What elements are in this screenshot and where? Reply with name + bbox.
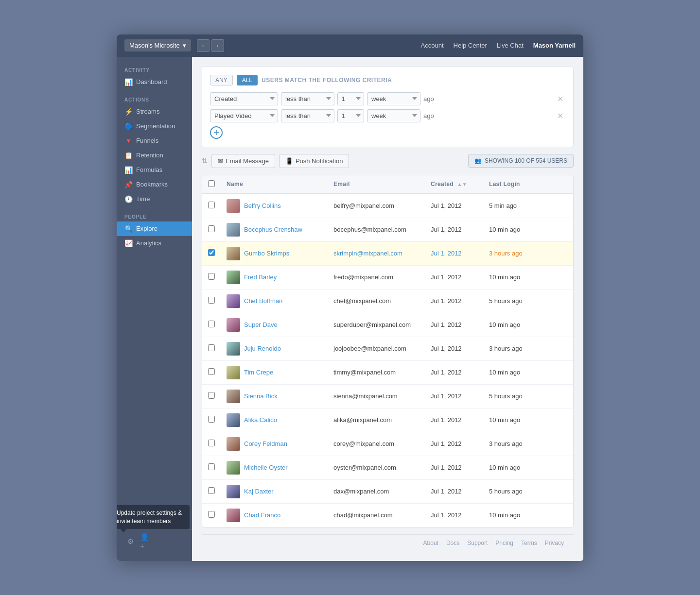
user-name-link[interactable]: Super Dave (244, 321, 278, 328)
row-lastlogin-cell: 5 hours ago (483, 384, 573, 408)
footer-docs[interactable]: Docs (446, 540, 459, 546)
filter-condition-1[interactable]: less than (281, 92, 334, 105)
sort-icon[interactable]: ⇅ (202, 157, 208, 165)
lastlogin-value: 10 min ago (489, 321, 520, 328)
user-name-link[interactable]: Alika Calico (244, 416, 277, 424)
footer-pricing[interactable]: Pricing (495, 540, 513, 546)
dropdown-arrow-icon: ▾ (183, 42, 186, 49)
live-chat-link[interactable]: Live Chat (497, 42, 524, 49)
user-name-link[interactable]: Michelle Oyster (244, 464, 288, 471)
email-value: alika@mixpanel.com (333, 416, 392, 424)
push-notification-button[interactable]: 📱 Push Notification (279, 154, 350, 168)
user-name-link[interactable]: Chad Franco (244, 511, 280, 519)
user-name-link[interactable]: Sienna Bick (244, 392, 278, 400)
help-center-link[interactable]: Help Center (454, 42, 487, 49)
row-checkbox[interactable] (208, 511, 215, 518)
filter-remove-1[interactable]: ✕ (555, 94, 565, 103)
email-message-button[interactable]: ✉ Email Message (211, 154, 275, 168)
row-checkbox[interactable] (208, 344, 215, 351)
back-arrow[interactable]: ‹ (197, 39, 210, 52)
sidebar-item-funnels[interactable]: 🔻 Funnels (117, 134, 192, 148)
users-icon: 👥 (474, 157, 482, 164)
user-name-link[interactable]: Chet Boffman (244, 297, 282, 305)
sidebar-item-bookmarks[interactable]: 📌 Bookmarks (117, 177, 192, 192)
created-value: Jul 1, 2012 (431, 297, 462, 305)
row-email-cell: belfry@mixpanel.com (328, 194, 425, 218)
email-value: corey@mixpanel.com (333, 440, 394, 447)
footer-terms[interactable]: Terms (521, 540, 537, 546)
push-btn-label: Push Notification (296, 157, 343, 165)
filter-event-1[interactable]: Created (210, 92, 278, 105)
add-filter-button[interactable]: + (210, 126, 223, 139)
row-checkbox[interactable] (208, 487, 215, 494)
row-email-cell: chet@mixpanel.com (328, 289, 425, 313)
footer-about[interactable]: About (423, 540, 438, 546)
sidebar-item-dashboard[interactable]: 📊 Dashboard (117, 75, 192, 89)
filter-event-2[interactable]: Played Video (210, 109, 278, 122)
row-checkbox[interactable] (208, 273, 215, 280)
sidebar-item-explore[interactable]: 🔍 Explore (117, 221, 192, 236)
row-created-cell: Jul 1, 2012 (425, 479, 483, 503)
row-checkbox[interactable] (208, 202, 215, 208)
row-checkbox[interactable] (208, 440, 215, 446)
col-header-name[interactable]: Name (221, 175, 328, 194)
filter-value-2[interactable]: 1 (337, 109, 364, 122)
user-name-link[interactable]: Belfry Collins (244, 202, 281, 209)
footer-privacy[interactable]: Privacy (545, 540, 564, 546)
invite-team-button[interactable]: 👤+ (140, 536, 152, 547)
table-row: Corey Feldman corey@mixpanel.com Jul 1, … (202, 432, 573, 456)
user-name-link[interactable]: Corey Feldman (244, 440, 287, 447)
btn-all[interactable]: ALL (237, 75, 258, 85)
filter-value-1[interactable]: 1 (337, 92, 364, 105)
row-checkbox[interactable] (208, 392, 215, 399)
project-selector[interactable]: Mason's Microsite ▾ (124, 39, 191, 51)
table-row: Juju Renoldo joojoobee@mixpanel.com Jul … (202, 337, 573, 360)
row-email-cell: oyster@mixpanel.com (328, 456, 425, 479)
row-checkbox[interactable] (208, 321, 215, 327)
content-area: ANY ALL USERS MATCH THE FOLLOWING CRITER… (192, 57, 583, 561)
col-header-email[interactable]: Email (328, 175, 425, 194)
row-email-cell: bocephus@mixpanel.com (328, 218, 425, 241)
select-all-checkbox[interactable] (208, 180, 215, 187)
user-name-link[interactable]: Juju Renoldo (244, 345, 281, 352)
sidebar-item-time[interactable]: 🕐 Time (117, 192, 192, 206)
filter-unit-1[interactable]: week (367, 92, 420, 105)
user-name-link[interactable]: Bocephus Crenshaw (244, 226, 302, 233)
data-table: Name Email Created ▲▼ Last Login (202, 175, 574, 527)
filter-remove-2[interactable]: ✕ (555, 111, 565, 120)
user-name-link[interactable]: Gumbo Skrimps (244, 250, 289, 257)
row-checkbox[interactable] (208, 249, 215, 256)
col-header-created[interactable]: Created ▲▼ (425, 175, 483, 194)
funnels-icon: 🔻 (124, 137, 132, 145)
user-name-link[interactable]: Tim Crepe (244, 369, 273, 376)
filter-condition-2[interactable]: less than (281, 109, 334, 122)
row-lastlogin-cell: 10 min ago (483, 360, 573, 384)
sidebar-item-analytics[interactable]: 📈 Analytics (117, 236, 192, 251)
row-checkbox[interactable] (208, 463, 215, 470)
user-name-link[interactable]: Fred Barley (244, 273, 277, 281)
sidebar-item-segmentation[interactable]: 🔵 Segmentation (117, 119, 192, 134)
row-checkbox[interactable] (208, 225, 215, 232)
user-cell: Chet Boffman (227, 294, 322, 308)
sidebar-item-retention[interactable]: 📋 Retention (117, 148, 192, 163)
user-name-link[interactable]: Kaj Daxter (244, 488, 274, 495)
row-name-cell: Belfry Collins (221, 194, 328, 218)
row-checkbox[interactable] (208, 416, 215, 423)
col-header-lastlogin[interactable]: Last Login (483, 175, 573, 194)
account-link[interactable]: Account (421, 42, 444, 49)
email-value: joojoobee@mixpanel.com (333, 345, 406, 352)
btn-any[interactable]: ANY (210, 75, 233, 85)
filter-unit-2[interactable]: week (367, 109, 420, 122)
segmentation-icon: 🔵 (124, 122, 132, 130)
row-checkbox[interactable] (208, 368, 215, 375)
lastlogin-value: 10 min ago (489, 511, 520, 519)
forward-arrow[interactable]: › (211, 39, 224, 52)
footer-support[interactable]: Support (467, 540, 488, 546)
settings-button[interactable]: ⚙ (124, 536, 136, 547)
sidebar-item-streams[interactable]: ⚡ Streams (117, 104, 192, 119)
sidebar-item-formulas[interactable]: 📊 Formulas (117, 163, 192, 177)
row-created-cell: Jul 1, 2012 (425, 503, 483, 527)
row-checkbox-cell (202, 218, 221, 241)
row-checkbox[interactable] (208, 297, 215, 304)
table-toolbar: ⇅ ✉ Email Message 📱 Push Notification 👥 … (202, 154, 574, 168)
